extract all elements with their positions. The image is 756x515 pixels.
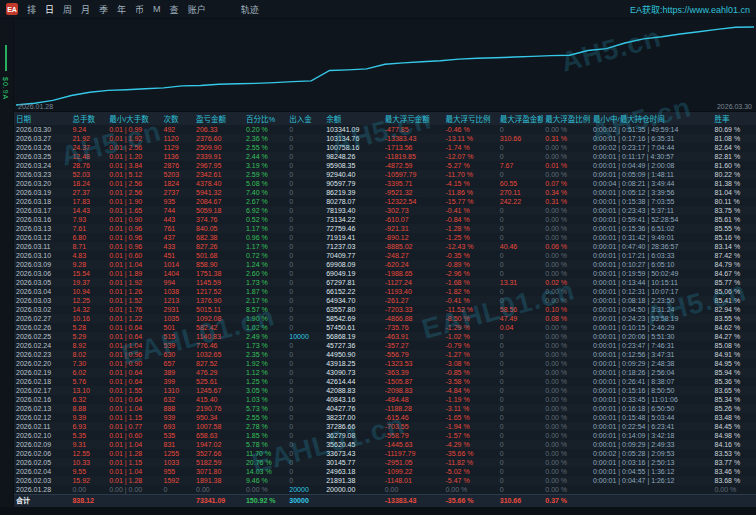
column-header-lots[interactable]: 总手数 [70,112,107,125]
column-header-win-rate[interactable]: 胜率 [713,112,756,125]
table-row[interactable]: 2026.02.099.310.01 | 1.048311947.025.78 … [14,440,756,449]
table-row[interactable]: 2026.02.265.280.01 | 0.64501582.421.02 %… [14,323,756,332]
table-row[interactable]: 2026.02.207.300.01 | 0.90657827.521.92 %… [14,359,756,368]
column-header-balance[interactable]: 余额 [324,112,383,125]
table-row[interactable]: 2026.02.255.290.01 | 0.645151140.832.49 … [14,332,756,341]
cell-date: 2026.03.10 [14,251,70,260]
table-row[interactable]: 2026.02.0315.920.01 | 1.2815921891.389.4… [14,476,756,485]
table-row[interactable]: 2026.03.0519.370.01 | 1.929941145.591.73… [14,278,756,287]
table-row[interactable]: 2026.02.138.880.01 | 1.048882190.765.73 … [14,404,756,413]
cell-max-float-loss-pct: -8.50 % [444,314,498,323]
cell-count: 831 [162,440,195,449]
column-header-pnl[interactable]: 盈亏金额 [194,112,244,125]
column-header-max-float-loss[interactable]: 最大浮亏金额 [383,112,444,125]
cell-max-float-profit-pct: 0.00 % [543,449,591,458]
external-link[interactable]: EA获取:https://www.eahl01.cn [630,3,750,16]
menu-item-8[interactable]: M [153,4,161,14]
table-row[interactable]: 2026.03.2352.030.01 | 5.1252032342.612.5… [14,170,756,179]
column-header-pct[interactable]: 百分比% [244,112,287,125]
column-header-count[interactable]: 次数 [162,112,195,125]
table-row[interactable]: 2026.02.129.390.01 | 1.15939950.342.55 %… [14,413,756,422]
cell-balance: 103134.76 [324,134,383,143]
table-row[interactable]: 2026.03.0214.320.01 | 1.7629315015.118.5… [14,305,756,314]
table-row[interactable]: 2026.03.0615.540.01 | 1.8914041751.382.6… [14,269,756,278]
table-row[interactable]: 2026.02.248.920.01 | 1.04539776.461.73 %… [14,341,756,350]
table-row[interactable]: 2026.03.2721.920.01 | 1.9211202376.602.3… [14,134,756,143]
cell-count: 630 [162,350,195,359]
cell-max-float-loss: -1099.22 [383,467,444,476]
column-header-date[interactable]: 日期 [14,112,70,125]
table-row[interactable]: 2026.03.126.800.01 | 0.96437682.380.96 %… [14,233,756,242]
menu-item-2[interactable]: 日 [45,3,54,16]
table-row[interactable]: 2026.02.185.760.01 | 0.64399525.611.25 %… [14,377,756,386]
column-header-hold-time[interactable]: 最小/中/最大持仓时间 [591,112,712,125]
table-row[interactable]: 2026.02.0510.330.01 | 1.1510335182.5920.… [14,458,756,467]
cell-lots: 6.02 [70,368,107,377]
table-row[interactable]: 2026.02.196.020.01 | 0.64389476.291.12 %… [14,368,756,377]
table-row[interactable]: 2026.03.104.830.01 | 0.60451501.680.72 %… [14,251,756,260]
table-row[interactable]: 2026.02.238.020.01 | 0.966301032.652.35 … [14,350,756,359]
table-row[interactable]: 2026.02.116.930.01 | 0.776931007.582.78 … [14,422,756,431]
table-row[interactable]: 2026.03.2428.760.01 | 3.8428762967.953.1… [14,161,756,170]
table-row[interactable]: 2026.03.2018.240.01 | 2.5618244378.405.0… [14,179,756,188]
table-row[interactable]: 2026.03.309.240.01 | 0.99492206.330.20 %… [14,125,756,134]
column-header-cash-flow[interactable]: 出入金 [287,112,324,125]
cell-hold-time: 0:00:01 | 0:04:55 | 1:36:12 [591,467,712,476]
cell-max-float-loss-pct: -1.82 % [444,287,498,296]
table-row[interactable]: 2026.02.166.320.01 | 0.64632415.401.03 %… [14,395,756,404]
table-row[interactable]: 2026.03.0312.250.01 | 1.5212131376.902.1… [14,296,756,305]
cell-min-max-lots: 0.01 | 1.92 [107,278,161,287]
menu-item-9[interactable]: 查 [170,3,179,16]
menu-item-1[interactable]: 排 [27,3,36,16]
table-row[interactable]: 2026.03.2624.370.01 | 2.5611292509.902.5… [14,143,756,152]
table-row[interactable]: 2026.03.1927.370.01 | 2.5627375941.327.4… [14,188,756,197]
cell-max-float-loss-pct: -0.85 % [444,368,498,377]
cell-hold-time: 0:00:01 | 0:16:18 | 6:50:50 [591,404,712,413]
menu-item-7[interactable]: 币 [135,3,144,16]
cell-lots: 14.32 [70,305,107,314]
table-row[interactable]: 2026.02.105.350.01 | 0.60535658.631.85 %… [14,431,756,440]
table-row[interactable]: 2026.02.049.550.01 | 1.049553071.8014.03… [14,467,756,476]
cell-max-float-loss: -484.48 [383,395,444,404]
cell-pnl: 1245.67 [194,386,244,395]
cell-hold-time: 0:00:01 | 0:04:50 | 3:31:24 [591,305,712,314]
column-header-max-float-profit-pct[interactable]: 最大浮盈比例 [543,112,591,125]
cell-max-float-loss-pct: -0.84 % [444,215,498,224]
table-row[interactable]: 2026.03.099.280.01 | 1.041014858.901.24 … [14,260,756,269]
table-row[interactable]: 2026.03.2512.480.01 | 1.2011362339.912.4… [14,152,756,161]
menu-item-4[interactable]: 月 [81,3,90,16]
cell-max-float-profit: 0 [498,368,544,377]
table-row[interactable]: 2026.02.1713.100.01 | 1.5513101245.673.0… [14,386,756,395]
cell-pct: 7.40 % [244,188,287,197]
cell-count: 632 [162,395,195,404]
cell-max-float-profit-pct: 0.00 % [543,485,591,495]
cell-pnl: 3071.80 [194,467,244,476]
column-header-max-float-loss-pct[interactable]: 最大浮亏比例 [444,112,498,125]
menu-item-6[interactable]: 年 [117,3,126,16]
menu-item-11[interactable]: 轨迹 [241,3,259,16]
cell-cash-flow: 0 [287,404,324,413]
menu-item-5[interactable]: 季 [99,3,108,16]
cell-pct: 2.78 % [244,422,287,431]
column-header-min-max-lots[interactable]: 最小/大手数 [107,112,161,125]
cell-max-float-profit-pct: 0.00 % [543,125,591,134]
cell-lots: 8.02 [70,350,107,359]
cell-min-max-lots: 0.01 | 0.77 [107,422,161,431]
column-header-max-float-profit[interactable]: 最大浮盈金额 [498,112,544,125]
menu-item-10[interactable]: 账户 [188,3,206,16]
table-row[interactable]: 2026.02.0612.550.01 | 1.2812553527.6611.… [14,449,756,458]
cell-win-rate: 83.53 % [713,449,756,458]
table-row[interactable]: 2026.03.167.930.01 | 0.90443374.760.52 %… [14,215,756,224]
table-row[interactable]: 2026.01.280.000.00 | 0.0000.000.00 %2000… [14,485,756,495]
cell-cash-flow: 0 [287,476,324,485]
cell-max-float-profit-pct: 0.00 % [543,260,591,269]
menu-item-3[interactable]: 周 [63,3,72,16]
chart-start-date-label: 2026.01.28 [18,103,53,110]
cell-cash-flow: 0 [287,440,324,449]
table-row[interactable]: 2026.03.0410.940.01 | 1.2610381217.521.8… [14,287,756,296]
table-row[interactable]: 2026.03.1817.830.01 | 1.909352084.672.67… [14,197,756,206]
table-row[interactable]: 2026.02.2710.160.01 | 1.2210351092.081.9… [14,314,756,323]
table-row[interactable]: 2026.03.1714.430.01 | 1.657445059.186.92… [14,206,756,215]
table-row[interactable]: 2026.03.137.610.01 | 0.96761840.051.17 %… [14,224,756,233]
table-row[interactable]: 2026.03.118.710.01 | 0.96433827.261.17 %… [14,242,756,251]
